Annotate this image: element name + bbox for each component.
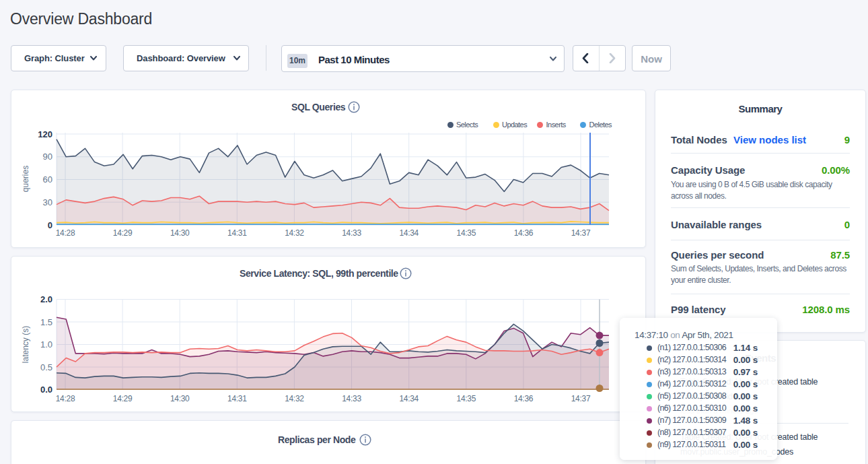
svg-text:14:36: 14:36 <box>514 394 534 403</box>
svg-text:14:34: 14:34 <box>399 228 419 238</box>
svg-text:14:29: 14:29 <box>113 394 133 403</box>
svg-text:14:31: 14:31 <box>227 228 247 238</box>
svg-text:queries: queries <box>21 166 30 192</box>
svg-text:14:28: 14:28 <box>56 228 75 238</box>
svg-text:14:33: 14:33 <box>342 228 361 238</box>
svg-text:14:29: 14:29 <box>113 228 133 238</box>
svg-text:14:37: 14:37 <box>571 228 591 238</box>
svg-text:14:32: 14:32 <box>285 394 304 403</box>
svg-text:14:32: 14:32 <box>285 228 304 238</box>
svg-text:14:34: 14:34 <box>399 394 419 403</box>
svg-text:14:36: 14:36 <box>514 228 534 238</box>
svg-text:0.0: 0.0 <box>40 385 52 395</box>
svg-text:1.0: 1.0 <box>40 339 52 350</box>
svg-text:0.5: 0.5 <box>40 362 52 372</box>
svg-text:2.0: 2.0 <box>40 294 52 304</box>
svg-text:14:35: 14:35 <box>457 394 476 403</box>
svg-text:14:28: 14:28 <box>56 394 75 403</box>
svg-text:90: 90 <box>43 152 52 162</box>
svg-text:14:30: 14:30 <box>170 394 190 403</box>
svg-text:120: 120 <box>38 129 52 139</box>
svg-text:1.5: 1.5 <box>40 317 52 327</box>
svg-text:60: 60 <box>43 174 52 185</box>
svg-text:14:31: 14:31 <box>227 394 247 403</box>
svg-text:14:35: 14:35 <box>457 228 476 238</box>
svg-text:0: 0 <box>48 220 52 230</box>
svg-text:latency (s): latency (s) <box>21 326 30 363</box>
svg-text:30: 30 <box>43 197 52 207</box>
svg-text:14:30: 14:30 <box>170 228 190 238</box>
svg-text:14:33: 14:33 <box>342 394 361 403</box>
svg-text:14:37: 14:37 <box>571 394 591 403</box>
